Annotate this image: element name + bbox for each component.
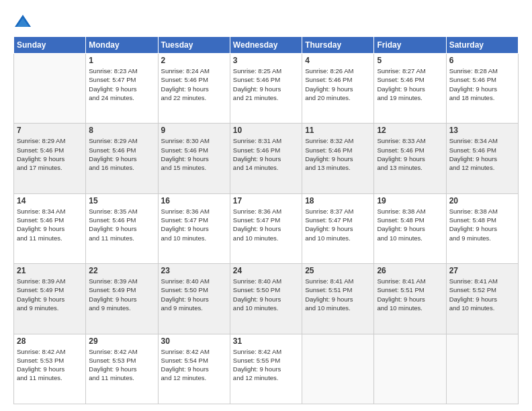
cell-info-line: Sunrise: 8:38 AM: [449, 207, 515, 216]
cell-info-line: and 10 minutes.: [449, 304, 515, 312]
weekday-header-row: SundayMondayTuesdayWednesdayThursdayFrid…: [14, 37, 519, 54]
cell-info-line: and 19 minutes.: [377, 93, 443, 102]
week-row-2: 14Sunrise: 8:34 AMSunset: 5:46 PMDayligh…: [14, 193, 519, 263]
cell-info-line: and 10 minutes.: [305, 234, 371, 242]
cell-info-line: and 10 minutes.: [305, 304, 371, 312]
cell-info-line: and 10 minutes.: [233, 234, 299, 242]
header: [13, 12, 519, 31]
cell-info-line: Sunrise: 8:37 AM: [305, 207, 371, 216]
cell-info-line: Sunrise: 8:42 AM: [233, 347, 299, 356]
cell-info-line: and 9 minutes.: [161, 304, 227, 312]
cell-info-line: Daylight: 9 hours: [449, 295, 515, 304]
cell-info-line: Sunset: 5:46 PM: [89, 216, 154, 224]
cell-info-line: Sunset: 5:51 PM: [305, 285, 371, 294]
calendar-cell: 27Sunrise: 8:41 AMSunset: 5:52 PMDayligh…: [446, 264, 518, 334]
cell-info-line: Daylight: 9 hours: [89, 224, 154, 233]
day-number: 6: [449, 56, 515, 65]
cell-info-line: and 10 minutes.: [377, 234, 443, 242]
day-number: 1: [89, 56, 154, 65]
calendar-cell: [302, 334, 374, 404]
cell-info-line: Sunset: 5:46 PM: [233, 75, 299, 84]
calendar-cell: 6Sunrise: 8:28 AMSunset: 5:46 PMDaylight…: [446, 54, 518, 124]
cell-info-line: Sunrise: 8:40 AM: [233, 277, 299, 285]
cell-info-line: Daylight: 9 hours: [233, 85, 299, 93]
day-number: 17: [233, 196, 299, 205]
cell-info-line: Sunrise: 8:33 AM: [377, 136, 443, 145]
calendar-cell: 26Sunrise: 8:41 AMSunset: 5:51 PMDayligh…: [374, 264, 446, 334]
calendar-cell: 30Sunrise: 8:42 AMSunset: 5:54 PMDayligh…: [158, 334, 230, 404]
cell-info-line: Daylight: 9 hours: [89, 365, 154, 373]
cell-info-line: and 9 minutes.: [17, 304, 83, 312]
cell-info-line: Sunset: 5:46 PM: [17, 146, 83, 154]
cell-info-line: and 11 minutes.: [17, 373, 83, 382]
calendar-cell: 20Sunrise: 8:38 AMSunset: 5:48 PMDayligh…: [446, 193, 518, 263]
calendar-cell: 25Sunrise: 8:41 AMSunset: 5:51 PMDayligh…: [302, 264, 374, 334]
cell-info-line: Sunset: 5:51 PM: [377, 285, 443, 294]
day-number: 30: [161, 336, 227, 346]
day-number: 28: [17, 336, 83, 346]
calendar-cell: 17Sunrise: 8:36 AMSunset: 5:47 PMDayligh…: [230, 193, 302, 263]
calendar-cell: 2Sunrise: 8:24 AMSunset: 5:46 PMDaylight…: [158, 54, 230, 124]
cell-info-line: Sunset: 5:47 PM: [89, 75, 154, 84]
cell-info-line: Sunset: 5:50 PM: [161, 285, 227, 294]
cell-info-line: Sunrise: 8:27 AM: [377, 66, 443, 75]
cell-info-line: Daylight: 9 hours: [305, 85, 371, 93]
weekday-header-tuesday: Tuesday: [158, 37, 230, 54]
cell-info-line: Sunset: 5:47 PM: [161, 216, 227, 224]
cell-info-line: and 10 minutes.: [377, 304, 443, 312]
cell-info-line: and 16 minutes.: [89, 163, 154, 172]
cell-info-line: Daylight: 9 hours: [449, 224, 515, 233]
logo-icon: [13, 12, 32, 31]
cell-info-line: Sunrise: 8:40 AM: [161, 277, 227, 285]
weekday-header-thursday: Thursday: [302, 37, 374, 54]
cell-info-line: Daylight: 9 hours: [89, 85, 154, 93]
calendar-cell: 5Sunrise: 8:27 AMSunset: 5:46 PMDaylight…: [374, 54, 446, 124]
cell-info-line: Sunrise: 8:36 AM: [233, 207, 299, 216]
cell-info-line: Daylight: 9 hours: [377, 224, 443, 233]
cell-info-line: and 12 minutes.: [161, 373, 227, 382]
cell-info-line: Sunset: 5:46 PM: [305, 146, 371, 154]
cell-info-line: and 9 minutes.: [449, 234, 515, 242]
cell-info-line: Sunset: 5:52 PM: [449, 285, 515, 294]
cell-info-line: and 15 minutes.: [161, 163, 227, 172]
cell-info-line: and 21 minutes.: [233, 93, 299, 102]
cell-info-line: Sunset: 5:46 PM: [17, 216, 83, 224]
cell-info-line: Sunset: 5:53 PM: [89, 356, 154, 365]
day-number: 3: [233, 56, 299, 65]
cell-info-line: Sunrise: 8:32 AM: [305, 136, 371, 145]
cell-info-line: Sunrise: 8:25 AM: [233, 66, 299, 75]
day-number: 27: [449, 266, 515, 275]
cell-info-line: Daylight: 9 hours: [17, 224, 83, 233]
cell-info-line: Daylight: 9 hours: [233, 224, 299, 233]
week-row-0: 1Sunrise: 8:23 AMSunset: 5:47 PMDaylight…: [14, 54, 519, 124]
cell-info-line: and 24 minutes.: [89, 93, 154, 102]
calendar-cell: 13Sunrise: 8:34 AMSunset: 5:46 PMDayligh…: [446, 124, 518, 193]
cell-info-line: Sunrise: 8:41 AM: [377, 277, 443, 285]
cell-info-line: Daylight: 9 hours: [305, 154, 371, 163]
cell-info-line: Sunrise: 8:36 AM: [161, 207, 227, 216]
cell-info-line: Sunset: 5:53 PM: [17, 356, 83, 365]
cell-info-line: Daylight: 9 hours: [449, 85, 515, 93]
weekday-header-monday: Monday: [86, 37, 158, 54]
cell-info-line: Sunrise: 8:42 AM: [89, 347, 154, 356]
cell-info-line: Sunset: 5:55 PM: [233, 356, 299, 365]
cell-info-line: and 9 minutes.: [89, 304, 154, 312]
cell-info-line: Sunrise: 8:41 AM: [305, 277, 371, 285]
day-number: 2: [161, 56, 227, 65]
week-row-3: 21Sunrise: 8:39 AMSunset: 5:49 PMDayligh…: [14, 264, 519, 334]
calendar-cell: 15Sunrise: 8:35 AMSunset: 5:46 PMDayligh…: [86, 193, 158, 263]
calendar-cell: 12Sunrise: 8:33 AMSunset: 5:46 PMDayligh…: [374, 124, 446, 193]
cell-info-line: Daylight: 9 hours: [17, 365, 83, 373]
cell-info-line: and 12 minutes.: [233, 373, 299, 382]
calendar-cell: 3Sunrise: 8:25 AMSunset: 5:46 PMDaylight…: [230, 54, 302, 124]
day-number: 21: [17, 266, 83, 275]
cell-info-line: Daylight: 9 hours: [377, 85, 443, 93]
page: SundayMondayTuesdayWednesdayThursdayFrid…: [0, 0, 532, 411]
cell-info-line: Sunset: 5:46 PM: [377, 75, 443, 84]
calendar-cell: 11Sunrise: 8:32 AMSunset: 5:46 PMDayligh…: [302, 124, 374, 193]
cell-info-line: and 12 minutes.: [449, 163, 515, 172]
cell-info-line: Sunset: 5:50 PM: [233, 285, 299, 294]
cell-info-line: Sunrise: 8:29 AM: [89, 136, 154, 145]
cell-info-line: Sunrise: 8:31 AM: [233, 136, 299, 145]
cell-info-line: and 17 minutes.: [17, 163, 83, 172]
